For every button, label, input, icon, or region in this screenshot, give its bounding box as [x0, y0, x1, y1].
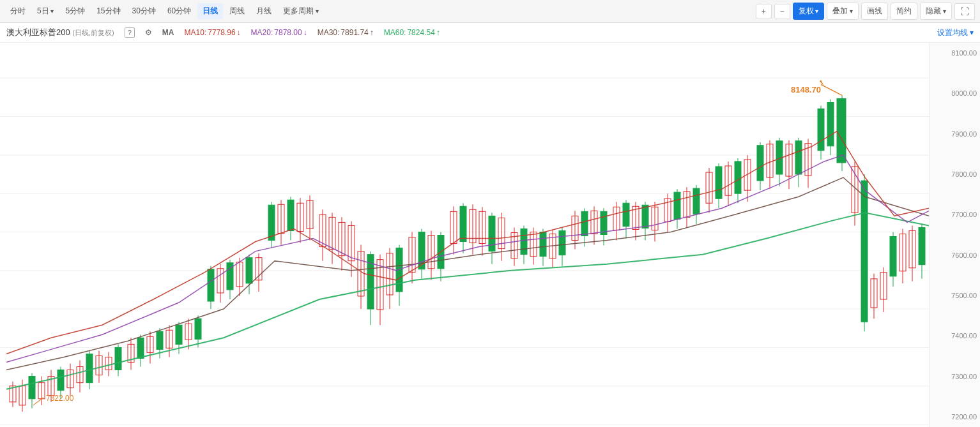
chart-main[interactable]: 8148.70 7322.00: [0, 43, 929, 427]
svg-rect-102: [460, 206, 466, 241]
svg-rect-42: [157, 331, 163, 349]
svg-text:8148.70: 8148.70: [791, 85, 821, 94]
ma60-item: MA60: 7824.54 ↑: [384, 28, 440, 37]
ma10-item: MA10: 7778.96 ↓: [185, 28, 241, 37]
ma-indicator-label: MA: [162, 28, 174, 37]
jianyue-button[interactable]: 简约: [891, 3, 917, 20]
huaxian-button[interactable]: 画线: [861, 3, 888, 20]
price-7300: 7300.00: [933, 373, 977, 380]
svg-rect-176: [837, 98, 846, 163]
svg-rect-156: [735, 161, 741, 193]
timeframe-30min[interactable]: 30分钟: [127, 3, 161, 19]
ma60-direction: ↑: [436, 28, 440, 37]
svg-rect-16: [29, 377, 35, 399]
svg-rect-134: [623, 203, 629, 226]
ma30-direction: ↑: [370, 28, 374, 37]
price-8000: 8000.00: [933, 89, 977, 97]
svg-rect-138: [642, 205, 648, 228]
svg-rect-122: [559, 230, 565, 255]
help-icon[interactable]: ?: [125, 27, 135, 38]
chart-container: 分时 5日 5分钟 15分钟 30分钟 60分钟 日线 周线 月线 更多周期 +…: [0, 0, 980, 427]
timeframe-15min[interactable]: 15分钟: [91, 3, 125, 19]
timeframe-5day[interactable]: 5日: [32, 3, 59, 19]
svg-rect-174: [827, 102, 834, 146]
zoom-out-button[interactable]: −: [774, 4, 790, 19]
toolbar: 分时 5日 5分钟 15分钟 30分钟 60分钟 日线 周线 月线 更多周期 +…: [0, 0, 980, 23]
price-7200: 7200.00: [933, 413, 977, 421]
timeframe-daily[interactable]: 日线: [197, 3, 223, 19]
svg-rect-126: [581, 211, 588, 236]
svg-rect-108: [489, 216, 495, 251]
ma20-direction: ↓: [303, 28, 307, 37]
timeframe-fen[interactable]: 分时: [5, 3, 31, 19]
ma10-direction: ↓: [237, 28, 241, 37]
ma10-value: 7778.96: [208, 28, 235, 37]
timeframe-more[interactable]: 更多周期: [278, 3, 324, 19]
ma60-label: MA60:: [384, 28, 406, 37]
ma20-value: 7878.00: [274, 28, 302, 37]
svg-rect-68: [287, 200, 294, 230]
svg-rect-22: [57, 370, 64, 391]
price-axis: 8100.00 8000.00 7900.00 7800.00 7700.00 …: [929, 43, 980, 427]
svg-rect-28: [86, 354, 93, 382]
chart-title: 澳大利亚标普200 (日线,前复权): [6, 27, 114, 38]
svg-rect-192: [919, 227, 925, 264]
svg-text:7322.00: 7322.00: [46, 394, 74, 403]
candlestick-svg: 8148.70 7322.00: [0, 43, 929, 427]
diejia-button[interactable]: 叠加: [827, 3, 859, 20]
timeframe-monthly[interactable]: 月线: [251, 3, 277, 19]
zoom-in-button[interactable]: +: [756, 4, 772, 19]
price-7900: 7900.00: [933, 130, 977, 138]
price-7500: 7500.00: [933, 292, 977, 299]
ma20-label: MA20:: [251, 28, 273, 37]
svg-rect-172: [818, 109, 824, 151]
ma30-label: MA30:: [318, 28, 340, 37]
toolbar-right: + − 复权 叠加 画线 简约 隐藏 ⛶: [756, 3, 975, 20]
yincang-button[interactable]: 隐藏: [920, 3, 952, 20]
fullscreen-button[interactable]: ⛶: [954, 3, 975, 20]
price-7400: 7400.00: [933, 332, 977, 340]
price-7600: 7600.00: [933, 251, 977, 259]
svg-rect-148: [693, 188, 700, 214]
svg-rect-52: [208, 269, 214, 301]
svg-rect-160: [757, 146, 763, 181]
ma10-label: MA10:: [185, 28, 207, 37]
timeframe-weekly[interactable]: 周线: [224, 3, 250, 19]
svg-rect-168: [795, 141, 802, 174]
svg-rect-38: [137, 338, 144, 358]
svg-rect-114: [521, 228, 527, 254]
svg-rect-186: [890, 237, 896, 276]
ma-bar: 澳大利亚标普200 (日线,前复权) ? ⚙ MA MA10: 7778.96 …: [0, 23, 980, 43]
price-8100: 8100.00: [933, 49, 977, 57]
svg-rect-144: [674, 192, 680, 219]
svg-rect-60: [246, 258, 252, 283]
svg-rect-50: [195, 318, 201, 339]
ma30-value: 7891.74: [341, 28, 368, 37]
svg-rect-118: [540, 232, 546, 256]
settings-ma-button[interactable]: 设置均线 ▾: [937, 27, 974, 38]
chart-area: 8148.70 7322.00 8100.00 8000.00 7900.00 …: [0, 43, 980, 427]
timeframe-60min[interactable]: 60分钟: [162, 3, 196, 19]
price-7800: 7800.00: [933, 170, 977, 178]
svg-rect-152: [716, 167, 722, 199]
ma30-item: MA30: 7891.74 ↑: [318, 28, 374, 37]
ma20-item: MA20: 7878.00 ↓: [251, 28, 307, 37]
ma-label: ⚙: [145, 28, 152, 37]
chart-name: 澳大利亚标普200: [6, 27, 70, 37]
chart-subtitle: (日线,前复权): [72, 29, 114, 36]
price-7700: 7700.00: [933, 211, 977, 218]
timeframe-5min[interactable]: 5分钟: [60, 3, 90, 19]
svg-rect-34: [115, 347, 121, 370]
svg-rect-180: [861, 181, 868, 322]
fuquan-button[interactable]: 复权: [793, 3, 825, 20]
ma60-value: 7824.54: [407, 28, 434, 37]
svg-rect-46: [176, 325, 182, 344]
